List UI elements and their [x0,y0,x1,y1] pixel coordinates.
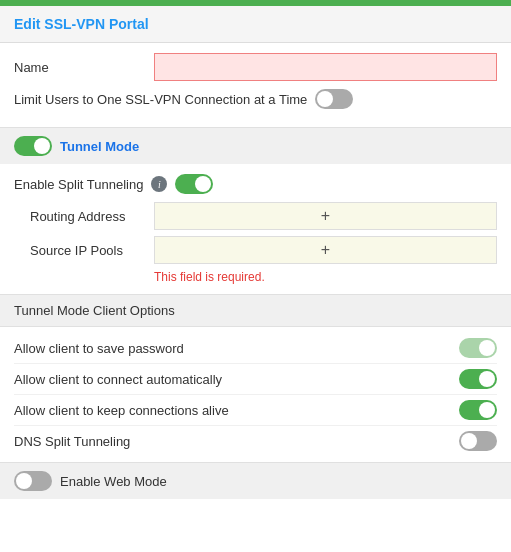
limit-users-slider [315,89,353,109]
tunnel-mode-slider [14,136,52,156]
enable-split-row: Enable Split Tunneling i [14,174,497,194]
tunnel-mode-label: Tunnel Mode [60,139,139,154]
keep-alive-label: Allow client to keep connections alive [14,403,229,418]
tunnel-mode-toggle[interactable] [14,136,52,156]
name-label: Name [14,60,154,75]
error-message: This field is required. [14,270,497,284]
dns-split-slider [459,431,497,451]
name-field-row: Name [14,53,497,81]
keep-alive-toggle[interactable] [459,400,497,420]
source-ip-pools-plus: + [321,241,330,259]
source-ip-pools-row: Source IP Pools + [14,236,497,264]
web-mode-label: Enable Web Mode [60,474,167,489]
web-mode-section: Enable Web Mode [0,463,511,499]
keep-alive-slider [459,400,497,420]
header-highlighted: Portal [109,16,149,32]
page-header: Edit SSL-VPN Portal [0,6,511,43]
connect-auto-toggle[interactable] [459,369,497,389]
page-title: Edit SSL-VPN Portal [14,16,149,32]
web-mode-slider [14,471,52,491]
option-row-dns-split: DNS Split Tunneling [14,426,497,456]
header-prefix: Edit SSL-VPN [14,16,109,32]
limit-users-row: Limit Users to One SSL-VPN Connection at… [14,89,497,109]
enable-split-slider [175,174,213,194]
web-mode-toggle[interactable] [14,471,52,491]
source-ip-pools-add-btn[interactable]: + [154,236,497,264]
limit-users-label: Limit Users to One SSL-VPN Connection at… [14,92,307,107]
enable-split-toggle[interactable] [175,174,213,194]
dns-split-label: DNS Split Tunneling [14,434,130,449]
client-options-section: Allow client to save password Allow clie… [0,327,511,463]
source-ip-pools-label: Source IP Pools [14,243,154,258]
client-options-label: Tunnel Mode Client Options [14,303,175,318]
name-input[interactable] [154,53,497,81]
routing-address-add-btn[interactable]: + [154,202,497,230]
save-password-slider [459,338,497,358]
save-password-toggle[interactable] [459,338,497,358]
routing-address-row: Routing Address + [14,202,497,230]
dns-split-toggle[interactable] [459,431,497,451]
name-section: Name Limit Users to One SSL-VPN Connecti… [0,43,511,128]
routing-address-label: Routing Address [14,209,154,224]
tunnel-mode-header: Tunnel Mode [0,128,511,164]
routing-address-plus: + [321,207,330,225]
option-row-keep-alive: Allow client to keep connections alive [14,395,497,426]
connect-auto-label: Allow client to connect automatically [14,372,222,387]
info-icon[interactable]: i [151,176,167,192]
tunnel-section: Enable Split Tunneling i Routing Address… [0,164,511,295]
client-options-header: Tunnel Mode Client Options [0,295,511,327]
enable-split-label: Enable Split Tunneling [14,177,143,192]
limit-users-toggle[interactable] [315,89,353,109]
save-password-label: Allow client to save password [14,341,184,356]
option-row-connect-auto: Allow client to connect automatically [14,364,497,395]
option-row-save-password: Allow client to save password [14,333,497,364]
connect-auto-slider [459,369,497,389]
